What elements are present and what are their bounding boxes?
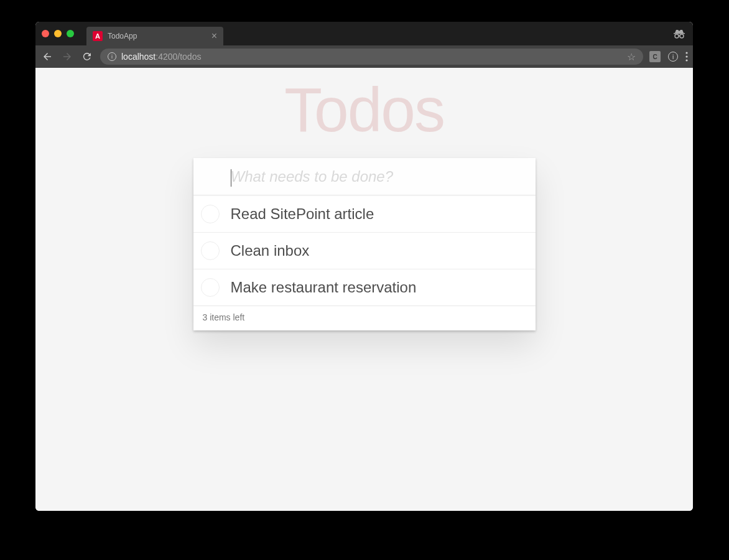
todo-footer: 3 items left: [193, 306, 536, 330]
reload-button[interactable]: [80, 50, 94, 63]
extension-icon[interactable]: C: [649, 51, 661, 62]
url-path: :4200/todos: [156, 52, 201, 62]
browser-toolbar: i localhost:4200/todos ☆ C i: [35, 45, 693, 68]
todo-item: Clean inbox: [193, 233, 536, 269]
browser-menu-icon[interactable]: [685, 52, 688, 62]
page-viewport: Todos Read SitePoint article Clean inbox…: [35, 68, 693, 511]
browser-tab[interactable]: A TodoApp ×: [86, 27, 223, 45]
todo-label[interactable]: Read SitePoint article: [231, 205, 374, 222]
toolbar-right: C i: [649, 51, 688, 62]
svg-point-5: [685, 59, 687, 61]
back-button[interactable]: [40, 50, 54, 63]
bookmark-star-icon[interactable]: ☆: [627, 51, 636, 63]
forward-button[interactable]: [60, 50, 74, 63]
browser-tabs-bar: A TodoApp ×: [35, 22, 693, 45]
site-info-icon[interactable]: i: [108, 52, 116, 61]
todo-list: Read SitePoint article Clean inbox Make …: [193, 196, 536, 306]
angular-favicon-icon: A: [93, 31, 103, 41]
svg-rect-0: [674, 33, 685, 34]
svg-point-2: [680, 34, 684, 38]
todo-label[interactable]: Clean inbox: [231, 242, 310, 259]
text-cursor: [231, 169, 231, 187]
todo-toggle-checkbox[interactable]: [201, 241, 220, 260]
todo-app: Read SitePoint article Clean inbox Make …: [193, 158, 536, 330]
todo-item: Make restaurant reservation: [193, 269, 536, 306]
window-controls: [42, 30, 74, 37]
new-todo-input[interactable]: [231, 168, 526, 185]
todo-label[interactable]: Make restaurant reservation: [231, 279, 417, 296]
items-left-count: 3 items left: [203, 312, 245, 322]
app-title: Todos: [35, 68, 693, 146]
tab-title: TodoApp: [108, 32, 207, 40]
new-todo-container: [193, 158, 536, 196]
url-host: localhost: [121, 52, 156, 62]
incognito-icon: [673, 28, 685, 39]
window-maximize-button[interactable]: [67, 30, 74, 37]
todo-toggle-checkbox[interactable]: [201, 205, 220, 223]
browser-window: A TodoApp × i localhost:420: [35, 22, 693, 511]
address-bar[interactable]: i localhost:4200/todos ☆: [100, 49, 643, 65]
page-info-icon[interactable]: i: [668, 52, 678, 62]
svg-point-4: [685, 55, 687, 57]
url-text: localhost:4200/todos: [121, 52, 622, 62]
window-close-button[interactable]: [42, 30, 49, 37]
todo-item: Read SitePoint article: [193, 196, 536, 233]
svg-point-1: [675, 34, 679, 38]
tab-close-icon[interactable]: ×: [211, 31, 217, 41]
window-minimize-button[interactable]: [54, 30, 62, 37]
todo-toggle-checkbox[interactable]: [201, 278, 220, 297]
svg-point-3: [685, 52, 687, 54]
